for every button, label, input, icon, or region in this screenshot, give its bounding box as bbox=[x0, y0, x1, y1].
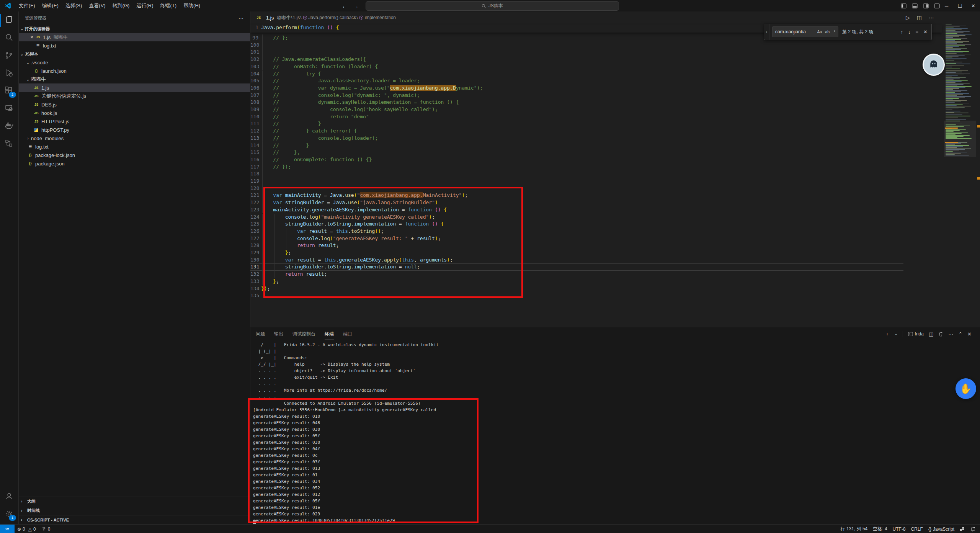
find-toggle-.*[interactable]: .* bbox=[831, 29, 836, 34]
code-line-120[interactable]: 120 bbox=[250, 185, 942, 192]
tree-item[interactable]: {}package.json bbox=[19, 159, 250, 168]
tree-item[interactable]: ⌄.vscode bbox=[19, 58, 250, 67]
tree-item[interactable]: ›node_modules bbox=[19, 134, 250, 142]
code-line-101[interactable]: 101 bbox=[250, 49, 942, 56]
menu-item[interactable]: 编辑(E) bbox=[39, 2, 62, 10]
customize-layout-icon[interactable] bbox=[934, 3, 940, 9]
menu-item[interactable]: 终端(T) bbox=[157, 2, 180, 10]
activity-bar-item-source-control-icon[interactable] bbox=[0, 47, 18, 64]
breadcrumb-item[interactable]: 1.js bbox=[293, 15, 300, 20]
code-line-114[interactable]: 114 // } bbox=[250, 142, 942, 149]
code-line-115[interactable]: 115 // }, bbox=[250, 149, 942, 156]
code-line-132[interactable]: 132 return result; bbox=[250, 271, 942, 278]
find-in-selection-icon[interactable]: ≡ bbox=[916, 29, 919, 35]
remote-indicator[interactable] bbox=[0, 525, 15, 533]
open-editors-section[interactable]: ⌄ 打开的编辑器 bbox=[19, 25, 250, 33]
problems-status[interactable]: ⊗0 △0 bbox=[15, 525, 39, 533]
find-next-icon[interactable]: ↓ bbox=[908, 29, 911, 35]
close-editor-icon[interactable]: ✕ bbox=[29, 35, 35, 40]
panel-tab-问题[interactable]: 问题 bbox=[256, 328, 265, 340]
tree-item[interactable]: ≣log.txt bbox=[19, 142, 250, 151]
sidebar-section-时间线[interactable]: ›时间线 bbox=[19, 506, 250, 515]
tree-item[interactable]: JShook.js bbox=[19, 109, 250, 117]
window-maximize-button[interactable]: ☐ bbox=[953, 0, 967, 11]
menu-item[interactable]: 查看(V) bbox=[85, 2, 109, 10]
encoding-status[interactable]: UTF-8 bbox=[890, 525, 908, 533]
code-line-108[interactable]: 108 // dynamic.sayHello.implementation =… bbox=[250, 99, 942, 106]
new-terminal-icon[interactable]: ＋ bbox=[885, 330, 890, 337]
code-line-112[interactable]: 112 // } catch (error) { bbox=[250, 128, 942, 135]
terminal-output[interactable]: / _ | Frida 16.5.2 - A world-class dynam… bbox=[253, 342, 439, 524]
find-toggle-Aa[interactable]: Aa bbox=[816, 29, 823, 34]
explorer-more-actions-icon[interactable]: ⋯ bbox=[238, 15, 244, 21]
panel-close-icon[interactable]: ✕ bbox=[967, 331, 972, 337]
workspace-root-section[interactable]: ⌄ JS脚本 bbox=[19, 50, 250, 58]
code-line-135[interactable]: 135 bbox=[250, 292, 942, 299]
extension-blocks-status[interactable] bbox=[957, 525, 967, 533]
code-line-124[interactable]: 124 console.log("mainActivity generateAE… bbox=[250, 214, 942, 221]
code-line-100[interactable]: 100 bbox=[250, 42, 942, 49]
editor-more-actions-icon[interactable]: ⋯ bbox=[929, 15, 934, 21]
kill-terminal-icon[interactable] bbox=[938, 332, 943, 337]
code-line-128[interactable]: 128 return result; bbox=[250, 242, 942, 249]
breadcrumb-item[interactable]: implementation bbox=[358, 15, 396, 20]
activity-bar-item-search-icon[interactable] bbox=[0, 29, 18, 47]
panel-tab-输出[interactable]: 输出 bbox=[274, 328, 283, 340]
code-line-113[interactable]: 113 // console.log(loader); bbox=[250, 135, 942, 142]
floating-assistant-overlay[interactable] bbox=[923, 54, 945, 76]
split-terminal-icon[interactable]: ◫ bbox=[929, 331, 933, 337]
activity-bar-item-settings-icon[interactable]: 1 bbox=[0, 505, 18, 523]
open-editor-item[interactable]: ≣log.txt bbox=[19, 41, 250, 50]
breadcrumb-item[interactable]: 嘟嘟牛 bbox=[277, 15, 291, 21]
panel-tab-终端[interactable]: 终端 bbox=[325, 328, 334, 340]
code-line-106[interactable]: 106 // var dynamic = Java.use("com.xiaoj… bbox=[250, 85, 942, 92]
menu-item[interactable]: 选择(S) bbox=[62, 2, 85, 10]
split-editor-icon[interactable]: ◫ bbox=[917, 15, 922, 21]
find-toggle-replace-icon[interactable]: › bbox=[764, 24, 769, 40]
code-line-116[interactable]: 116 // onComplete: function () {} bbox=[250, 156, 942, 163]
terminal-tab-frida[interactable]: frida bbox=[908, 331, 924, 337]
code-line-122[interactable]: 122 var stringBuilder = Java.use("java.l… bbox=[250, 199, 942, 206]
code-line-111[interactable]: 111 // } bbox=[250, 120, 942, 128]
menu-item[interactable]: 文件(F) bbox=[15, 2, 39, 10]
panel-more-actions-icon[interactable]: ⋯ bbox=[948, 331, 953, 337]
tree-item[interactable]: JS关键代码快速定位.js bbox=[19, 92, 250, 100]
code-line-127[interactable]: 127 console.log("generateAESKey result: … bbox=[250, 235, 942, 242]
nav-back-icon[interactable]: ← bbox=[342, 3, 348, 9]
toggle-sidebar-icon[interactable] bbox=[901, 3, 906, 9]
code-line-121[interactable]: 121 var mainActivity = Java.use("com.xia… bbox=[250, 192, 942, 199]
window-minimize-button[interactable]: ─ bbox=[940, 0, 953, 11]
cursor-position-status[interactable]: 行 131, 列 54 bbox=[838, 525, 871, 533]
minimap[interactable] bbox=[944, 25, 976, 327]
activity-bar-item-pipeline-icon[interactable] bbox=[0, 135, 18, 152]
open-editor-item[interactable]: ✕JS1.js嘟嘟牛 bbox=[19, 33, 250, 41]
window-close-button[interactable]: ✕ bbox=[967, 0, 980, 11]
code-line-102[interactable]: 102 // Java.enumerateClassLoaders({ bbox=[250, 56, 942, 63]
sidebar-section-大纲[interactable]: ›大纲 bbox=[19, 497, 250, 506]
breadcrumb[interactable]: 嘟嘟牛\1.js\Java.perform() callback\impleme… bbox=[277, 15, 396, 21]
menu-item[interactable]: 转到(G) bbox=[109, 2, 133, 10]
notifications-status[interactable] bbox=[967, 525, 980, 533]
code-line-133[interactable]: 133 }; bbox=[250, 278, 942, 285]
code-line-125[interactable]: 125 stringBuilder.toString.implementatio… bbox=[250, 221, 942, 228]
nav-forward-icon[interactable]: → bbox=[353, 3, 359, 9]
tree-item[interactable]: httpPOST.py bbox=[19, 126, 250, 134]
minimap-slider[interactable] bbox=[944, 121, 976, 157]
breadcrumb-item[interactable]: Java.perform() callback bbox=[302, 15, 356, 20]
code-line-105[interactable]: 105 // Java.classFactory.loader = loader… bbox=[250, 77, 942, 85]
code-line-123[interactable]: 123 mainActivity.generateAESKey.implemen… bbox=[250, 206, 942, 214]
tree-item[interactable]: ⌄嘟嘟牛 bbox=[19, 75, 250, 83]
code-line-110[interactable]: 110 // return "demo" bbox=[250, 113, 942, 121]
activity-bar-item-run-debug-icon[interactable] bbox=[0, 64, 18, 82]
code-line-119[interactable]: 119 bbox=[250, 178, 942, 185]
tree-item[interactable]: JS1.js bbox=[19, 83, 250, 92]
panel-tab-端口[interactable]: 端口 bbox=[343, 328, 352, 340]
hand-cursor-overlay[interactable]: ✋ bbox=[956, 378, 976, 399]
ports-status[interactable]: 0 bbox=[39, 525, 53, 533]
code-line-104[interactable]: 104 // try { bbox=[250, 70, 942, 78]
menu-item[interactable]: 帮助(H) bbox=[180, 2, 204, 10]
activity-bar-item-remote-explorer-icon[interactable] bbox=[0, 100, 18, 117]
code-line-107[interactable]: 107 // console.log("dynamic: ", dynamic)… bbox=[250, 92, 942, 99]
command-center-search[interactable]: JS脚本 bbox=[366, 1, 619, 11]
find-previous-icon[interactable]: ↑ bbox=[901, 29, 903, 35]
